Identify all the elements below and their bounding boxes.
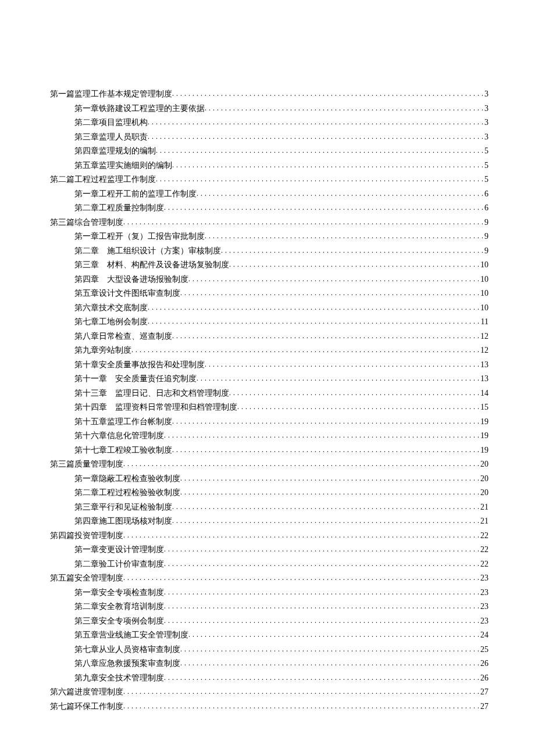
toc-entry-title: 第二章验工计价审查制度	[74, 557, 164, 571]
toc-entry: 第九章旁站制度12	[50, 343, 488, 358]
toc-entry: 第十一章 安全质量责任追究制度13	[50, 372, 488, 386]
toc-leader-dots	[180, 486, 479, 500]
toc-entry-title: 第十三章 监理日记、日志和文档管理制度	[74, 386, 229, 400]
toc-entry-title: 第五章营业线施工安全管理制度	[74, 628, 188, 642]
toc-leader-dots	[164, 201, 483, 215]
toc-entry-title: 第二章项目监理机构	[74, 116, 148, 130]
toc-entry-title: 第一章工程开工前的监理工作制度	[74, 187, 197, 201]
toc-entry-page: 20	[479, 472, 488, 486]
toc-entry: 第二章项目监理机构3	[50, 116, 488, 130]
toc-entry-title: 第十五章监理工作台帐制度	[74, 415, 172, 429]
toc-entry-page: 10	[479, 258, 488, 272]
toc-entry-page: 15	[479, 400, 488, 414]
toc-leader-dots	[148, 130, 483, 144]
toc-entry-title: 第一章变更设计管理制度	[74, 543, 164, 557]
toc-entry-title: 第一篇监理工作基本规定管理制度	[50, 87, 172, 101]
toc-entry-title: 第三篇质量管理制度	[50, 457, 123, 471]
toc-leader-dots	[229, 258, 479, 272]
toc-leader-dots	[180, 472, 479, 486]
toc-entry: 第六章技术交底制度10	[50, 301, 488, 316]
toc-entry: 第五章设计文件图纸审查制度10	[50, 286, 488, 301]
toc-entry-page: 5	[483, 144, 488, 158]
toc-entry: 第三篇质量管理制度20	[50, 457, 488, 472]
toc-entry: 第一章安全专项检查制度23	[50, 586, 488, 600]
toc-entry-page: 10	[479, 273, 488, 286]
toc-entry: 第三章平行和见证检验制度21	[50, 500, 488, 515]
toc-entry-title: 第十四章 监理资料日常管理和归档管理制度	[74, 400, 237, 414]
toc-entry-title: 第七章从业人员资格审查制度	[74, 643, 180, 657]
toc-leader-dots	[164, 614, 479, 628]
toc-leader-dots	[205, 230, 483, 243]
toc-entry-page: 19	[479, 443, 488, 457]
toc-entry-title: 第二篇工程过程监理工作制度	[50, 173, 156, 187]
toc-leader-dots	[172, 159, 483, 173]
toc-leader-dots	[123, 457, 479, 471]
toc-entry-title: 第一章工程开（复）工报告审批制度	[74, 230, 205, 243]
toc-entry-title: 第四篇投资管理制度	[50, 529, 123, 543]
toc-entry-page: 20	[479, 457, 488, 471]
toc-entry-title: 第七篇环保工作制度	[50, 700, 123, 714]
toc-entry-page: 3	[483, 116, 488, 130]
toc-entry: 第一篇监理工作基本规定管理制度3	[50, 87, 488, 102]
toc-leader-dots	[148, 116, 483, 130]
toc-entry-title: 第四章施工图现场核对制度	[74, 514, 172, 528]
toc-leader-dots	[180, 286, 479, 300]
toc-entry-title: 第二章安全教育培训制度	[74, 600, 164, 614]
toc-entry: 第二章工程质量控制制度6	[50, 201, 488, 216]
toc-entry-title: 第二章 施工组织设计（方案）审核制度	[74, 244, 221, 258]
toc-leader-dots	[188, 273, 479, 286]
toc-entry-page: 22	[479, 557, 488, 571]
toc-entry-page: 12	[479, 343, 488, 357]
toc-entry-title: 第三篇综合管理制度	[50, 216, 123, 230]
toc-entry-page: 19	[479, 415, 488, 429]
toc-entry: 第十三章 监理日记、日志和文档管理制度14	[50, 386, 488, 401]
toc-entry-title: 第五篇安全管理制度	[50, 571, 123, 585]
toc-leader-dots	[205, 358, 479, 372]
toc-entry-page: 20	[479, 486, 488, 500]
toc-entry-page: 19	[479, 429, 488, 443]
toc-entry: 第十章安全质量事故报告和处理制度13	[50, 358, 488, 372]
toc-entry-title: 第三章平行和见证检验制度	[74, 500, 172, 514]
toc-entry: 第一章变更设计管理制度22	[50, 543, 488, 557]
toc-entry-title: 第二章工程过程检验验收制度	[74, 486, 180, 500]
toc-entry-title: 第五章监理实施细则的编制	[74, 159, 172, 173]
toc-entry-title: 第八章日常检查、巡查制度	[74, 329, 172, 343]
toc-leader-dots	[237, 400, 479, 414]
toc-entry-page: 5	[483, 173, 488, 187]
toc-entry-page: 5	[483, 159, 488, 173]
toc-entry: 第三篇综合管理制度9	[50, 216, 488, 230]
table-of-contents: 第一篇监理工作基本规定管理制度3第一章铁路建设工程监理的主要依据3第二章项目监理…	[50, 87, 488, 714]
toc-entry: 第五章营业线施工安全管理制度24	[50, 628, 488, 643]
toc-entry-title: 第五章设计文件图纸审查制度	[74, 286, 180, 300]
toc-entry-title: 第十六章信息化管理制度	[74, 429, 164, 443]
toc-entry: 第一章隐蔽工程检查验收制度20	[50, 472, 488, 486]
toc-leader-dots	[148, 315, 480, 329]
toc-entry: 第七章工地例会制度11	[50, 315, 488, 329]
toc-leader-dots	[188, 628, 479, 642]
toc-entry-page: 23	[479, 571, 488, 585]
toc-leader-dots	[197, 372, 479, 386]
toc-entry-page: 11	[480, 315, 488, 329]
toc-leader-dots	[123, 700, 479, 714]
toc-entry-page: 13	[479, 372, 488, 386]
toc-entry: 第十五章监理工作台帐制度19	[50, 415, 488, 429]
toc-entry-title: 第十一章 安全质量责任追究制度	[74, 372, 197, 386]
toc-entry: 第五章监理实施细则的编制5	[50, 159, 488, 173]
toc-entry: 第一章铁路建设工程监理的主要依据3	[50, 102, 488, 116]
toc-leader-dots	[164, 671, 479, 685]
toc-entry-page: 14	[479, 386, 488, 400]
toc-entry-page: 9	[483, 216, 488, 230]
toc-entry-title: 第九章安全技术管理制度	[74, 671, 164, 685]
toc-entry-page: 26	[479, 671, 488, 685]
toc-entry: 第四章监理规划的编制5	[50, 144, 488, 159]
toc-entry: 第六篇进度管理制度27	[50, 685, 488, 700]
toc-leader-dots	[164, 600, 479, 614]
toc-leader-dots	[221, 244, 483, 258]
toc-entry-page: 27	[479, 685, 488, 699]
toc-entry: 第一章工程开工前的监理工作制度6	[50, 187, 488, 202]
toc-entry: 第八章日常检查、巡查制度12	[50, 329, 488, 344]
toc-entry-title: 第三章安全专项例会制度	[74, 614, 164, 628]
toc-entry: 第三章安全专项例会制度23	[50, 614, 488, 629]
toc-entry-page: 24	[479, 628, 488, 642]
toc-leader-dots	[172, 443, 479, 457]
